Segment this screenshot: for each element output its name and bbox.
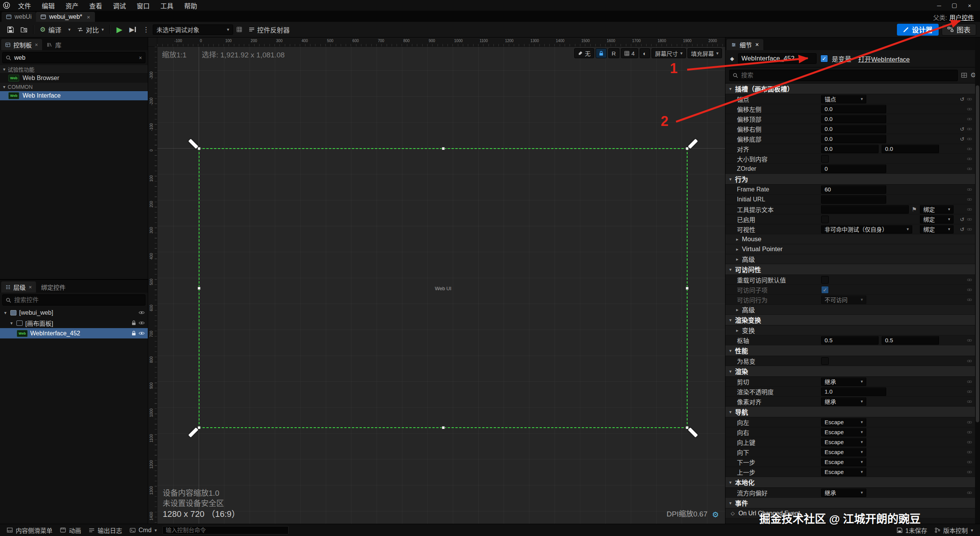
- close-icon[interactable]: ×: [35, 42, 38, 48]
- tab-palette[interactable]: 控制板 ×: [1, 39, 42, 50]
- selection-handle[interactable]: [686, 287, 689, 290]
- close-icon[interactable]: ×: [755, 41, 759, 48]
- lock-icon[interactable]: [132, 331, 136, 336]
- lock-icon[interactable]: [132, 320, 136, 325]
- menu-asset[interactable]: 资产: [60, 0, 83, 11]
- details-scrollbar[interactable]: [975, 38, 980, 524]
- menu-edit[interactable]: 编辑: [37, 0, 60, 11]
- dropdown[interactable]: Escape▾: [821, 448, 866, 456]
- number-input[interactable]: 0.0: [821, 105, 886, 113]
- eye-icon[interactable]: [139, 321, 145, 325]
- display-filter-icon[interactable]: [961, 73, 967, 78]
- widget-reflector-button[interactable]: 控件反射器: [245, 24, 293, 35]
- reset-to-default-icon[interactable]: ↺: [960, 126, 964, 132]
- hierarchy-row-canvas-panel[interactable]: ▾ [画布面板]: [0, 318, 148, 328]
- close-icon[interactable]: ×: [87, 14, 90, 20]
- number-input-x[interactable]: 0.0: [821, 145, 879, 153]
- hierarchy-row-webinterface[interactable]: Web WebInterface_452: [0, 328, 148, 338]
- number-input-x[interactable]: 0.5: [821, 336, 879, 345]
- palette-group-common[interactable]: ▾ COMMON: [0, 83, 148, 91]
- reset-to-default-icon[interactable]: ↺: [960, 216, 964, 222]
- details-category[interactable]: ▾渲染: [725, 366, 975, 377]
- clear-search-icon[interactable]: ×: [139, 55, 142, 61]
- content-drawer-button[interactable]: 内容侧滑菜单: [3, 524, 56, 536]
- dropdown[interactable]: 非可命中测试（仅自身）▾: [821, 225, 912, 234]
- tab-webui-web[interactable]: webui_web* ×: [36, 12, 95, 22]
- respect-locks-button[interactable]: R: [608, 48, 619, 58]
- unreal-logo-icon[interactable]: [3, 2, 10, 9]
- tab-library[interactable]: 库: [43, 39, 65, 50]
- palette-group-experimental[interactable]: ▾ 试验性功能: [0, 65, 148, 74]
- details-event-row[interactable]: ◇On Url Changed Event: [725, 508, 975, 518]
- dropdown[interactable]: 继承▾: [821, 489, 866, 497]
- number-input-y[interactable]: 0.0: [882, 145, 939, 153]
- open-webinterface-link[interactable]: 打开WebInterface: [858, 54, 910, 64]
- unsaved-assets-button[interactable]: 1未保存: [893, 524, 931, 536]
- graph-mode-button[interactable]: 图表: [942, 24, 976, 36]
- dropdown[interactable]: 锚点▾: [821, 95, 866, 103]
- anchor-handle[interactable]: [688, 139, 698, 149]
- details-category[interactable]: ▾行为: [725, 174, 975, 185]
- menu-view[interactable]: 查看: [84, 0, 107, 11]
- flag-icon[interactable]: ⚑: [912, 206, 917, 213]
- reset-to-default-icon[interactable]: ↺: [960, 136, 964, 142]
- reset-to-default-icon[interactable]: ↺: [960, 96, 964, 102]
- design-canvas[interactable]: Web UI 缩放1:1 选择: 1,921.92 x 1,081.08: [157, 47, 725, 524]
- details-category[interactable]: ▾插槽（画布面板槽）: [725, 83, 975, 94]
- tab-webui[interactable]: webUi: [2, 12, 36, 22]
- selection-handle[interactable]: [442, 147, 445, 150]
- checkbox[interactable]: ✓: [821, 286, 829, 294]
- play-options-kebab[interactable]: ⋮: [139, 24, 153, 35]
- selection-handle[interactable]: [442, 426, 445, 429]
- dropdown[interactable]: Escape▾: [821, 438, 866, 446]
- details-category[interactable]: ▾本地化: [725, 477, 975, 488]
- details-subcategory[interactable]: ▸高级: [725, 254, 975, 264]
- dropdown[interactable]: Escape▾: [821, 468, 866, 476]
- selection-handle[interactable]: [198, 287, 201, 290]
- dropdown[interactable]: Escape▾: [821, 418, 866, 427]
- menu-debug[interactable]: 调试: [108, 0, 131, 11]
- dropdown[interactable]: Escape▾: [821, 428, 866, 436]
- close-icon[interactable]: ×: [29, 284, 32, 290]
- animation-button[interactable]: 动画: [56, 524, 85, 536]
- debug-object-dropdown[interactable]: 未选中调试对象 ▾: [153, 25, 233, 35]
- number-input[interactable]: 0: [821, 165, 886, 173]
- localization-preview-button[interactable]: ◐: [640, 48, 650, 58]
- selection-handle[interactable]: [198, 426, 201, 429]
- parent-class-link[interactable]: 用户控件: [949, 13, 974, 22]
- preview-background-button[interactable]: 无: [574, 48, 594, 58]
- details-subcategory[interactable]: ▸Mouse: [725, 234, 975, 244]
- anchor-handle[interactable]: [688, 427, 698, 437]
- is-variable-checkbox[interactable]: ✓: [820, 55, 828, 62]
- number-input-y[interactable]: 0.5: [882, 336, 939, 345]
- palette-search-input[interactable]: [14, 54, 136, 61]
- anchor-handle[interactable]: [188, 427, 198, 437]
- number-input[interactable]: 60: [821, 185, 886, 194]
- number-input[interactable]: 0.0: [821, 125, 886, 133]
- tab-hierarchy[interactable]: 层级 ×: [1, 281, 36, 293]
- dropdown[interactable]: 继承▾: [821, 377, 866, 386]
- tab-bind-widgets[interactable]: 绑定控件: [37, 281, 70, 293]
- dropdown[interactable]: Escape▾: [821, 458, 866, 466]
- debug-filter-button[interactable]: [233, 24, 245, 35]
- output-log-button[interactable]: 输出日志: [85, 524, 126, 536]
- hierarchy-search-input[interactable]: [14, 297, 142, 304]
- cmd-dropdown[interactable]: Cmd ▾: [126, 524, 161, 536]
- checkbox[interactable]: [821, 216, 829, 223]
- lock-toggle-button[interactable]: [596, 48, 607, 58]
- selection-handle[interactable]: [198, 147, 201, 150]
- bind-dropdown[interactable]: 绑定▾: [920, 225, 954, 234]
- checkbox[interactable]: [821, 357, 829, 365]
- selected-widget-outline[interactable]: Web UI: [199, 148, 688, 428]
- dpi-settings-gear-icon[interactable]: ⚙: [712, 510, 719, 519]
- details-subcategory[interactable]: ▸Virtual Pointer: [725, 244, 975, 254]
- fill-screen-dropdown[interactable]: 填充屏幕 ▾: [688, 48, 722, 58]
- menu-tools[interactable]: 工具: [155, 0, 178, 11]
- widget-name-input[interactable]: [742, 55, 813, 62]
- window-maximize-button[interactable]: ▢: [947, 0, 962, 11]
- diff-button[interactable]: 对比 ▾: [74, 24, 107, 35]
- details-search-input[interactable]: [741, 72, 954, 79]
- compile-button[interactable]: ⚙ 编译: [36, 24, 65, 35]
- anchor-handle[interactable]: [188, 139, 198, 149]
- selection-handle[interactable]: [686, 426, 689, 429]
